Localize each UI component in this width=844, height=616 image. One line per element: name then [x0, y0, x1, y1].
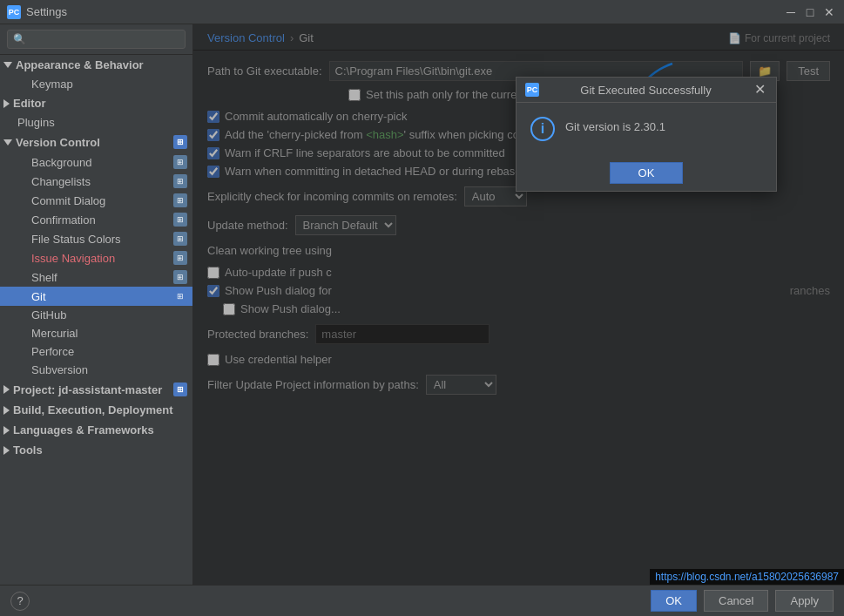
dialog-body: i Git version is 2.30.1: [517, 103, 776, 155]
sidebar-item-confirmation[interactable]: Confirmation ⊞: [0, 210, 192, 229]
sidebar-item-label: Tools: [13, 443, 43, 457]
dialog-box: PC Git Executed Successfully ✕ i Git ver…: [516, 77, 777, 192]
project-icon: ⊞: [173, 382, 187, 396]
expand-icon: [3, 426, 10, 435]
sidebar-item-shelf[interactable]: Shelf ⊞: [0, 267, 192, 287]
sidebar-item-label: Version Control: [16, 136, 100, 149]
expand-icon: [3, 446, 10, 455]
settings-icon: ⊞: [173, 270, 187, 284]
sidebar-item-label: Keymap: [31, 78, 187, 91]
dialog-close-button[interactable]: ✕: [753, 83, 767, 97]
sidebar-item-background[interactable]: Background ⊞: [0, 152, 192, 172]
title-bar: PC Settings ─ □ ✕: [0, 0, 844, 24]
sidebar-search-input[interactable]: [7, 30, 186, 49]
maximize-button[interactable]: □: [802, 4, 818, 20]
sidebar-item-label: Languages & Frameworks: [13, 423, 154, 437]
bottom-bar: ? OK Cancel Apply: [0, 585, 844, 616]
settings-icon: ⊞: [173, 213, 187, 227]
minimize-button[interactable]: ─: [783, 4, 799, 20]
sidebar-item-github[interactable]: GitHub: [0, 306, 192, 324]
content-area: Version Control › Git 📄 For current proj…: [193, 24, 844, 585]
sidebar-item-perforce[interactable]: Perforce: [0, 342, 192, 361]
dialog-overlay: PC Git Executed Successfully ✕ i Git ver…: [193, 24, 844, 585]
settings-icon: ⊞: [173, 289, 187, 303]
sidebar-item-version-control[interactable]: Version Control ⊞: [0, 132, 192, 152]
expand-icon: [3, 99, 10, 108]
sidebar-item-label: Mercurial: [31, 327, 187, 340]
close-button[interactable]: ✕: [821, 4, 837, 20]
settings-icon: ⊞: [173, 232, 187, 246]
expand-icon: [3, 139, 12, 146]
sidebar-item-label: Shelf: [31, 271, 173, 284]
dialog-message: Git version is 2.30.1: [565, 117, 665, 133]
dialog-footer: OK: [517, 155, 776, 191]
sidebar-item-label: GitHub: [31, 308, 187, 322]
sidebar-item-languages[interactable]: Languages & Frameworks: [0, 420, 192, 440]
apply-button[interactable]: Apply: [775, 590, 834, 612]
sidebar-item-git[interactable]: Git ⊞: [0, 287, 192, 306]
sidebar-item-commit-dialog[interactable]: Commit Dialog ⊞: [0, 191, 192, 210]
sidebar-item-plugins[interactable]: Plugins: [0, 113, 192, 132]
sidebar-item-label: Project: jd-assistant-master: [13, 383, 162, 396]
sidebar-item-file-status-colors[interactable]: File Status Colors ⊞: [0, 229, 192, 248]
expand-icon: [3, 406, 10, 415]
sidebar-item-issue-navigation[interactable]: Issue Navigation ⊞: [0, 248, 192, 267]
sidebar-search-container: [0, 24, 192, 55]
sidebar-item-label: Plugins: [17, 116, 187, 129]
expand-icon: [3, 62, 12, 68]
sidebar-item-label: Git: [31, 290, 173, 303]
sidebar-item-appearance[interactable]: Appearance & Behavior: [0, 55, 192, 75]
sidebar-item-project[interactable]: Project: jd-assistant-master ⊞: [0, 379, 192, 400]
sidebar-item-label: Editor: [13, 97, 46, 110]
main-layout: Appearance & Behavior Keymap Editor Plug…: [0, 24, 844, 585]
settings-icon: ⊞: [173, 193, 187, 207]
sidebar-item-build[interactable]: Build, Execution, Deployment: [0, 400, 192, 420]
settings-icon: ⊞: [173, 155, 187, 169]
expand-icon: [3, 385, 10, 394]
sidebar-item-label: File Status Colors: [31, 233, 173, 246]
sidebar-item-label: Subversion: [31, 363, 187, 376]
bottom-actions: OK Cancel Apply: [651, 590, 834, 612]
help-button[interactable]: ?: [10, 592, 30, 611]
dialog-ok-button[interactable]: OK: [610, 162, 684, 184]
window-title: Settings: [26, 5, 778, 18]
sidebar-item-label: Background: [31, 156, 173, 169]
sidebar-item-tools[interactable]: Tools: [0, 440, 192, 460]
sidebar-item-label: Commit Dialog: [31, 194, 173, 207]
sidebar-item-label: Perforce: [31, 345, 187, 358]
sidebar-item-label: Confirmation: [31, 213, 173, 227]
sidebar-item-keymap[interactable]: Keymap: [0, 75, 192, 93]
dialog-app-icon: PC: [525, 83, 539, 97]
sidebar-item-editor[interactable]: Editor: [0, 93, 192, 113]
dialog-title: Git Executed Successfully: [580, 84, 711, 97]
dialog-title-bar: PC Git Executed Successfully ✕: [517, 78, 776, 103]
sidebar-item-mercurial[interactable]: Mercurial: [0, 324, 192, 342]
settings-icon: ⊞: [173, 135, 187, 149]
settings-icon: ⊞: [173, 174, 187, 188]
window-controls: ─ □ ✕: [783, 4, 837, 20]
sidebar-item-subversion[interactable]: Subversion: [0, 361, 192, 379]
sidebar-item-changelists[interactable]: Changelists ⊞: [0, 172, 192, 191]
ok-button[interactable]: OK: [651, 590, 697, 612]
sidebar-item-label: Changelists: [31, 175, 173, 188]
sidebar: Appearance & Behavior Keymap Editor Plug…: [0, 24, 193, 585]
settings-icon: ⊞: [173, 251, 187, 265]
sidebar-item-label: Appearance & Behavior: [16, 58, 144, 71]
dialog-info-icon: i: [530, 117, 555, 141]
sidebar-item-label: Build, Execution, Deployment: [13, 403, 172, 416]
app-icon: PC: [7, 5, 21, 19]
sidebar-item-label: Issue Navigation: [31, 252, 173, 265]
cancel-button[interactable]: Cancel: [704, 590, 768, 612]
